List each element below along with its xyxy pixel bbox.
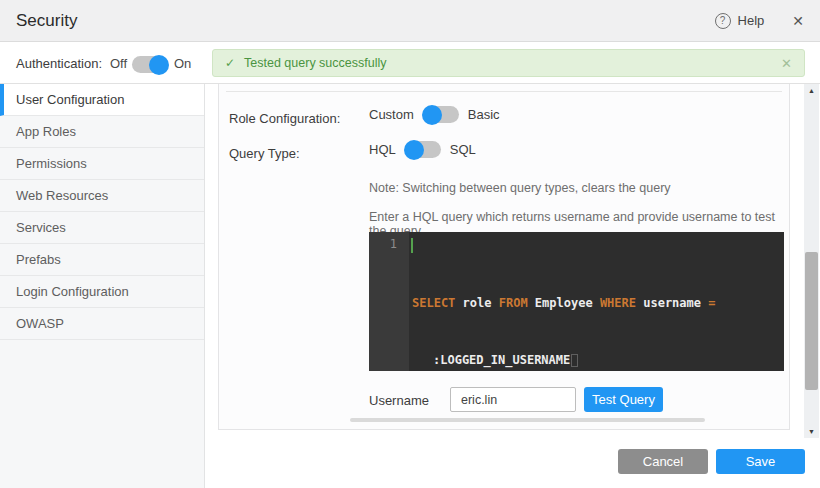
option-sql-label: SQL <box>450 142 476 157</box>
sidebar-item-web-resources[interactable]: Web Resources <box>0 180 204 212</box>
sidebar-item-label: Permissions <box>16 156 87 171</box>
scroll-up-icon[interactable]: ▲ <box>804 87 819 94</box>
sidebar-item-label: App Roles <box>16 124 76 139</box>
editor-gutter: 1 <box>369 232 409 371</box>
option-custom-label: Custom <box>369 107 414 122</box>
success-banner: ✓ Tested query successfully ✕ <box>212 49 805 77</box>
toggle-knob <box>404 140 424 160</box>
horizontal-scrollbar-thumb[interactable] <box>350 418 705 422</box>
keyword-token: WHERE <box>600 296 636 310</box>
role-configuration-label: Role Configuration: <box>229 111 340 126</box>
role-configuration-toggle[interactable] <box>423 106 459 123</box>
sidebar-item-label: Login Configuration <box>16 284 129 299</box>
sidebar-item-label: User Configuration <box>16 92 124 107</box>
vertical-scrollbar[interactable]: ▲ ▼ <box>804 84 819 438</box>
option-basic-label: Basic <box>468 107 500 122</box>
dialog-header: Security ? Help ✕ <box>0 0 820 42</box>
identifier-token: username <box>636 296 708 310</box>
header-actions: ? Help ✕ <box>715 13 804 29</box>
user-configuration-panel: Role Configuration: Custom Basic Query T… <box>218 84 790 430</box>
sidebar-item-label: Prefabs <box>16 252 61 267</box>
check-icon: ✓ <box>225 56 235 70</box>
help-link[interactable]: Help <box>738 13 765 28</box>
editor-code: SELECT role FROM Employee WHERE username… <box>409 232 719 371</box>
keyword-token: SELECT <box>412 296 455 310</box>
banner-message: Tested query successfully <box>244 56 386 70</box>
settings-sidebar: User Configuration App Roles Permissions… <box>0 84 205 488</box>
cancel-button[interactable]: Cancel <box>618 449 708 474</box>
username-label: Username <box>369 393 429 408</box>
keyword-token: = <box>708 296 715 310</box>
identifier-token: Employee <box>528 296 600 310</box>
subheader-bar: Authentication: Off On ✓ Tested query su… <box>0 42 820 84</box>
banner-close-icon[interactable]: ✕ <box>781 56 792 71</box>
page-title: Security <box>16 11 77 31</box>
close-icon[interactable]: ✕ <box>792 13 804 29</box>
sidebar-item-app-roles[interactable]: App Roles <box>0 116 204 148</box>
section-divider <box>226 91 782 92</box>
sidebar-item-label: Services <box>16 220 66 235</box>
test-query-button[interactable]: Test Query <box>584 387 663 412</box>
sidebar-item-owasp[interactable]: OWASP <box>0 308 204 340</box>
toggle-knob <box>149 55 169 75</box>
line-number: 1 <box>390 237 397 251</box>
role-configuration-control: Custom Basic <box>369 106 500 123</box>
query-type-toggle[interactable] <box>405 141 441 158</box>
keyword-token: FROM <box>499 296 528 310</box>
editor-cursor-box <box>571 354 578 367</box>
sidebar-item-permissions[interactable]: Permissions <box>0 148 204 180</box>
help-icon[interactable]: ? <box>715 13 731 29</box>
sidebar-item-login-configuration[interactable]: Login Configuration <box>0 276 204 308</box>
save-button[interactable]: Save <box>716 449 805 474</box>
authentication-on-label: On <box>174 56 191 71</box>
toggle-knob <box>422 105 442 125</box>
sidebar-item-label: OWASP <box>16 316 64 331</box>
query-type-label: Query Type: <box>229 146 300 161</box>
sidebar-item-services[interactable]: Services <box>0 212 204 244</box>
authentication-toggle[interactable] <box>132 56 168 73</box>
scroll-down-icon[interactable]: ▼ <box>804 428 819 435</box>
sidebar-item-user-configuration[interactable]: User Configuration <box>0 84 204 116</box>
identifier-token: role <box>455 296 498 310</box>
vertical-scrollbar-thumb[interactable] <box>805 252 818 390</box>
authentication-off-label: Off <box>110 56 127 71</box>
code-line: SELECT role FROM Employee WHERE username… <box>412 294 715 313</box>
option-hql-label: HQL <box>369 142 396 157</box>
identifier-token: :LOGGED_IN_USERNAME <box>433 353 570 367</box>
authentication-label: Authentication: <box>16 56 102 71</box>
sidebar-item-prefabs[interactable]: Prefabs <box>0 244 204 276</box>
code-line: :LOGGED_IN_USERNAME <box>412 351 715 370</box>
editor-caret <box>411 238 413 253</box>
sidebar-item-label: Web Resources <box>16 188 108 203</box>
query-type-control: HQL SQL <box>369 141 476 158</box>
hql-query-editor[interactable]: 1 SELECT role FROM Employee WHERE userna… <box>369 232 784 371</box>
query-type-note: Note: Switching between query types, cle… <box>369 181 671 195</box>
username-input[interactable] <box>450 387 576 412</box>
